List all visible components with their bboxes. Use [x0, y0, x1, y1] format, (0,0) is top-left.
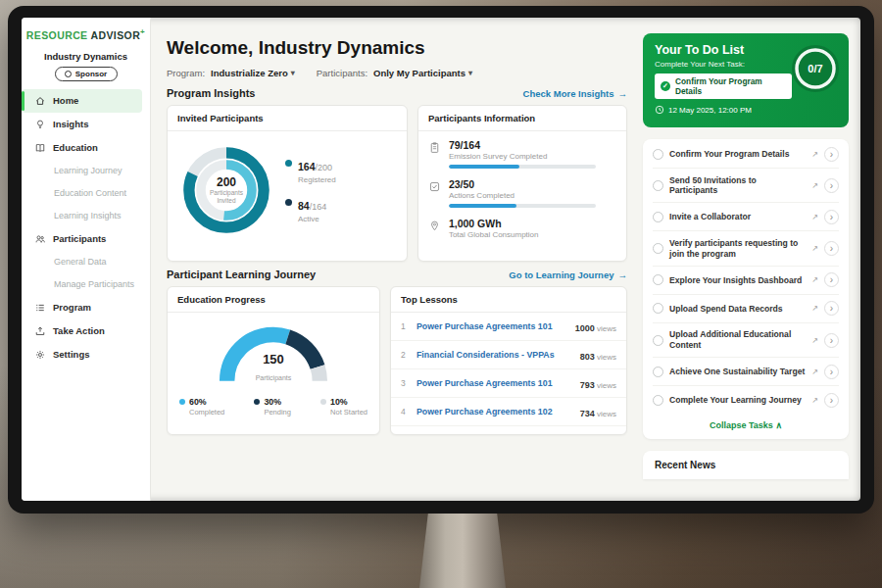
task-checkbox[interactable] — [653, 367, 663, 377]
task-row-verify-participants[interactable]: Verify participants requesting to join t… — [653, 231, 839, 266]
donut-center-value: 200 — [217, 175, 236, 189]
sidebar-item-manage-participants[interactable]: Manage Participants — [22, 273, 150, 296]
recent-news-header: Recent News — [643, 451, 849, 479]
task-list-card: Confirm Your Program Details ↗ › Send 50… — [643, 139, 849, 439]
task-checkbox[interactable] — [653, 335, 663, 346]
participants-dropdown[interactable]: Only My Participants ▾ — [373, 68, 472, 78]
task-row-achieve-target[interactable]: Achieve One Sustainability Target ↗ › — [653, 358, 839, 386]
sidebar-item-home[interactable]: Home — [22, 89, 142, 113]
consumption-icon — [428, 220, 441, 232]
brand-plus: + — [140, 27, 145, 36]
external-link-icon: ↗ — [811, 244, 818, 253]
chevron-right-icon[interactable]: › — [824, 272, 839, 287]
sidebar-item-general-data[interactable]: General Data — [22, 251, 150, 273]
sidebar-item-insights[interactable]: Insights — [22, 113, 142, 136]
task-checkbox[interactable] — [653, 149, 663, 160]
task-row-upload-spend-data[interactable]: Upload Spend Data Records ↗ › — [653, 295, 839, 323]
collapse-tasks-button[interactable]: Collapse Tasks ∧ — [653, 414, 839, 438]
background-scene: RESOURCE ADVISOR+ Industry Dynamics Spon… — [0, 0, 882, 588]
task-row-confirm-program[interactable]: Confirm Your Program Details ↗ › — [653, 140, 839, 169]
task-row-explore-insights[interactable]: Explore Your Insights Dashboard ↗ › — [653, 267, 839, 295]
next-task-pill[interactable]: ✓ Confirm Your Program Details — [655, 74, 792, 99]
task-checkbox[interactable] — [653, 395, 663, 406]
donut-chart: 200 Participants Invited — [175, 139, 277, 241]
dashboard-screen: RESOURCE ADVISOR+ Industry Dynamics Spon… — [22, 18, 860, 501]
chevron-right-icon[interactable]: › — [824, 178, 839, 193]
lesson-row: 2 Financial Considerations - VPPAs 803 v… — [391, 341, 626, 369]
external-link-icon: ↗ — [811, 336, 818, 345]
sidebar-item-label: Take Action — [53, 325, 105, 336]
arrow-right-icon: → — [618, 270, 628, 280]
sidebar-item-education[interactable]: Education — [22, 136, 142, 160]
legend-active: 84/164 Active — [285, 196, 336, 223]
sidebar-item-label: Settings — [53, 349, 89, 360]
sidebar-item-learning-journey[interactable]: Learning Journey — [22, 160, 150, 182]
chevron-right-icon[interactable]: › — [824, 393, 839, 408]
task-row-complete-learning-journey[interactable]: Complete Your Learning Journey ↗ › — [653, 386, 839, 414]
sidebar-item-label: Participants — [53, 233, 106, 244]
survey-icon — [428, 141, 441, 154]
chevron-right-icon[interactable]: › — [824, 333, 839, 348]
program-icon — [34, 302, 46, 314]
sponsor-label: Sponsor — [75, 70, 107, 78]
external-link-icon: ↗ — [811, 213, 818, 221]
legend-dot — [320, 399, 326, 405]
filters-row: Program: Industrialize Zero ▾ Participan… — [167, 68, 627, 78]
sidebar-item-learning-insights[interactable]: Learning Insights — [22, 205, 150, 227]
lesson-row: 5 Power Purchase Agreements 103 600 view… — [391, 426, 626, 435]
sidebar-item-settings[interactable]: Settings — [22, 343, 142, 367]
info-row-survey: 79/164 Emission Survey Completed — [418, 131, 626, 171]
info-row-consumption: 1,000 GWh Total Global Consumption — [418, 210, 626, 245]
todo-column: Your To Do List Complete Your Next Task:… — [639, 18, 860, 501]
lesson-link[interactable]: Power Purchase Agreements 102 — [416, 407, 574, 416]
sidebar-item-program[interactable]: Program — [22, 296, 142, 319]
task-checkbox[interactable] — [653, 180, 663, 191]
task-row-invite-collaborator[interactable]: Invite a Collaborator ↗ › — [653, 203, 839, 231]
sidebar-item-participants[interactable]: Participants — [22, 227, 142, 251]
main-content: Welcome, Industry Dynamics Program: Indu… — [151, 18, 639, 501]
lesson-row: 4 Power Purchase Agreements 102 734 view… — [391, 398, 626, 426]
chevron-right-icon[interactable]: › — [824, 365, 839, 379]
participants-icon — [34, 233, 46, 245]
todo-summary-card: Your To Do List Complete Your Next Task:… — [643, 33, 849, 127]
actions-progress-bar — [449, 204, 596, 208]
card-title: Education Progress — [168, 287, 379, 313]
sidebar: RESOURCE ADVISOR+ Industry Dynamics Spon… — [22, 18, 151, 501]
check-more-insights-link[interactable]: Check More Insights → — [523, 88, 627, 99]
task-checkbox[interactable] — [653, 243, 663, 254]
settings-icon — [34, 349, 46, 361]
task-checkbox[interactable] — [653, 212, 663, 222]
sponsor-badge[interactable]: Sponsor — [55, 67, 118, 81]
lesson-link[interactable]: Power Purchase Agreements 101 — [416, 378, 574, 388]
sidebar-item-education-content[interactable]: Education Content — [22, 182, 150, 205]
brand-secondary: ADVISOR — [90, 29, 140, 41]
external-link-icon: ↗ — [811, 181, 818, 190]
task-checkbox[interactable] — [653, 274, 663, 285]
go-to-learning-journey-link[interactable]: Go to Learning Journey → — [509, 270, 627, 280]
task-row-upload-educational-content[interactable]: Upload Additional Educational Content ↗ … — [653, 323, 839, 358]
sidebar-item-label: Program — [53, 302, 91, 313]
task-row-send-invitations[interactable]: Send 50 Invitations to Participants ↗ › — [653, 169, 839, 203]
chevron-right-icon[interactable]: › — [824, 210, 839, 224]
survey-progress-bar — [449, 165, 596, 169]
legend-dot — [285, 199, 292, 206]
chevron-right-icon[interactable]: › — [824, 301, 839, 316]
legend-dot — [285, 160, 292, 167]
external-link-icon: ↗ — [811, 150, 818, 159]
lesson-link[interactable]: Financial Considerations - VPPAs — [416, 350, 574, 360]
task-checkbox[interactable] — [653, 303, 663, 314]
check-icon: ✓ — [661, 81, 670, 91]
section-title: Participant Learning Journey — [167, 269, 316, 280]
program-dropdown[interactable]: Industrialize Zero ▾ — [211, 68, 295, 78]
sponsor-icon — [65, 71, 72, 77]
chevron-right-icon[interactable]: › — [824, 241, 839, 256]
sidebar-item-label: Education — [53, 142, 98, 153]
lesson-link[interactable]: Power Purchase Agreements 101 — [416, 321, 569, 331]
education-icon — [34, 142, 46, 154]
chevron-right-icon[interactable]: › — [824, 147, 839, 162]
info-row-actions: 23/50 Actions Completed — [418, 171, 626, 210]
sidebar-item-take-action[interactable]: Take Action — [22, 319, 142, 343]
invited-participants-card: Invited Participants 200 — [167, 105, 408, 262]
gauge-center-value: 150 — [211, 352, 336, 367]
legend-not-started: 10% Not Started — [320, 397, 368, 416]
